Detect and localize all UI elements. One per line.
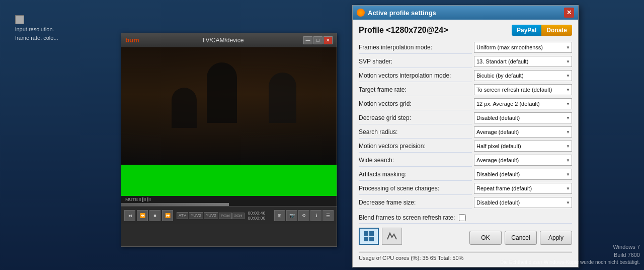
setting-label-3: Target frame rate: [359,83,472,96]
setting-control-0: Uniform (max smoothenss)No interpolation… [474,41,572,54]
snapshot-button[interactable]: 📷 [286,210,297,221]
media-progress-fill [121,203,229,206]
menu-button[interactable]: ☰ [323,210,334,221]
silhouette3 [269,73,296,123]
setting-select-11[interactable]: Disabled (default)Enabled [474,197,572,208]
setting-label-8: Wide search: [359,154,472,167]
media-waveform: MUTE [121,196,337,203]
setting-control-10: Repeat frame (default)BlendSkip [474,182,572,195]
dialog-title: Active profile settings [368,9,564,17]
setting-label-11: Decrease frame size: [359,196,472,209]
cancel-button[interactable]: Cancel [505,231,537,245]
video-green-bar [121,165,337,196]
donate-button[interactable]: Donate [541,25,572,36]
setting-control-7: Half pixel (default)Quarter pixelFull pi… [474,140,572,153]
svg-rect-2 [364,237,368,241]
setting-label-2: Motion vectors interpolation mode: [359,69,472,82]
rewind-button[interactable]: ⏪ [137,210,148,221]
apply-button[interactable]: Apply [540,231,572,245]
media-right-controls: ⊞ 📷 ⚙ ℹ ☰ [274,210,334,221]
setting-control-3: To screen refresh rate (default)2x3x4x [474,83,572,96]
forward-button[interactable]: ⏩ [162,210,173,221]
setting-control-8: Average (default)DisabledWide [474,154,572,167]
setting-control-4: 12 px. Average 2 (default)8 px16 px [474,97,572,110]
aspect-button[interactable]: ⊞ [274,210,285,221]
setting-select-7[interactable]: Half pixel (default)Quarter pixelFull pi… [474,141,572,152]
footer-icon-buttons [359,228,402,245]
time-total: 00:00:00 [248,216,266,221]
setting-label-5: Decrease grid step: [359,111,472,124]
maximize-button[interactable]: □ [313,36,323,44]
video-area [121,47,337,196]
profile-settings-dialog: Active profile settings ✕ Profile <1280x… [352,5,579,267]
dialog-close-button[interactable]: ✕ [564,8,574,18]
setting-select-5[interactable]: Disabled (default)Enabled [474,112,572,123]
watermark-line2: Build 7600 [500,251,640,259]
blend-label: Blend frames to screen refresh rate: [359,214,455,221]
paypal-button[interactable]: PayPal [512,25,541,36]
setting-select-2[interactable]: Bicubic (by default)BilinearNearest [474,70,572,81]
setting-control-6: Average (default)SmallLarge [474,125,572,139]
setting-select-4[interactable]: 12 px. Average 2 (default)8 px16 px [474,98,572,109]
prev-button[interactable]: ⏮ [124,210,135,221]
silhouette1 [207,62,237,123]
setting-select-3[interactable]: To screen refresh rate (default)2x3x4x [474,84,572,95]
setting-select-0[interactable]: Uniform (max smoothenss)No interpolation… [474,42,572,53]
minimize-button[interactable]: — [303,36,312,44]
desktop: input resolution. frame rate. colo... bu… [0,0,644,270]
motion-icon-button[interactable] [382,228,402,245]
setting-control-11: Disabled (default)Enabled [474,196,572,209]
setting-label-0: Frames interpolation mode: [359,41,472,54]
setting-select-10[interactable]: Repeat frame (default)BlendSkip [474,183,572,194]
media-title: TV/CAM/device [142,37,303,44]
setting-label-9: Artifacts masking: [359,168,472,181]
setting-select-8[interactable]: Average (default)DisabledWide [474,155,572,166]
setting-select-1[interactable]: 13. Standart (default)1. Fast2. Standard [474,56,572,67]
setting-select-6[interactable]: Average (default)SmallLarge [474,126,572,138]
waveform-bar [142,197,143,202]
watermark-line3: Die Echtheit dieser Windows-Kopie wurde … [500,259,640,266]
info-button[interactable]: ℹ [310,210,321,221]
svg-rect-0 [364,231,368,236]
setting-control-5: Disabled (default)Enabled [474,111,572,124]
format-pcm: PCM [219,213,232,219]
silhouette2 [172,88,197,128]
setting-select-9[interactable]: Disabled (default)Enabled [474,169,572,180]
setting-label-7: Motion vectors precision: [359,140,472,153]
windows-watermark: Windows 7 Build 7600 Die Echtheit dieser… [500,243,640,266]
mute-label: MUTE [125,197,138,202]
format-badges: ATV YUV2 YUV2 PCM 2CH [177,212,245,219]
dialog-body: Profile <1280x720@24> PayPal Donate Fram… [353,20,578,267]
settings-button[interactable]: ⚙ [298,210,309,221]
setting-control-2: Bicubic (by default)BilinearNearest [474,69,572,82]
desktop-icon-image [15,15,24,24]
time-display: 00:00:46 00:00:00 [248,211,266,221]
ok-button[interactable]: OK [469,231,502,245]
stop-button[interactable]: ■ [149,210,160,221]
waveform-bar [149,198,151,201]
settings-grid: Frames interpolation mode:Uniform (max s… [359,41,572,209]
setting-label-1: SVP shader: [359,55,472,68]
close-button[interactable]: ✕ [324,36,333,44]
svg-rect-1 [369,231,374,236]
dialog-titlebar: Active profile settings ✕ [353,6,578,20]
blend-checkbox[interactable] [459,214,466,221]
waveform-bar [147,197,148,201]
svg-rect-3 [369,237,374,241]
media-progress-bar[interactable] [121,203,337,206]
settings-icon-button[interactable] [359,228,379,245]
waveform-bar [144,198,146,201]
dialog-icon [357,9,365,17]
time-elapsed: 00:00:46 [248,211,266,216]
media-controls: ⏮ ⏪ ■ ⏩ ATV YUV2 YUV2 PCM 2CH 00:00:46 0… [121,206,337,224]
setting-label-4: Motion vectors grid: [359,97,472,110]
media-player-window: bum TV/CAM/device — □ ✕ MUTE [121,33,337,247]
setting-label-10: Processing of scene changes: [359,182,472,195]
format-atv: ATV [177,212,188,219]
setting-control-9: Disabled (default)Enabled [474,168,572,181]
profile-title: Profile <1280x720@24> [359,26,448,35]
format-yuv2b: YUV2 [204,212,218,219]
motion-icon [386,230,398,242]
setting-control-1: 13. Standart (default)1. Fast2. Standard [474,55,572,68]
watermark-line1: Windows 7 [500,243,640,251]
